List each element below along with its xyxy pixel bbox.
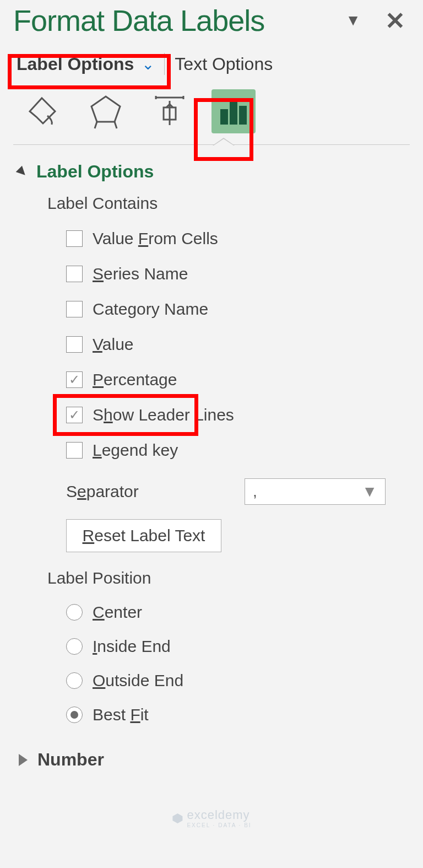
size-properties-icon[interactable] [148, 89, 192, 133]
tab-label-options-text: Label Options [17, 54, 134, 74]
watermark: exceldemy EXCEL · DATA · BI [171, 808, 251, 828]
section-label-options-title: Label Options [36, 161, 154, 182]
label-category-name: Category Name [93, 300, 208, 319]
svg-marker-14 [172, 813, 182, 823]
svg-rect-11 [220, 109, 228, 125]
checkbox-legend-key[interactable] [66, 442, 83, 459]
separator-label: Separator [66, 482, 139, 501]
pane-header: Format Data Labels ▼ ✕ [13, 0, 410, 37]
chevron-down-icon: ⌄ [142, 55, 154, 73]
reset-button-text: Reset Label Text [83, 526, 205, 545]
check-value[interactable]: Value [66, 335, 410, 354]
radio-center[interactable]: Center [66, 603, 410, 622]
separator-value: , [253, 483, 257, 500]
svg-line-2 [95, 122, 97, 128]
collapse-triangle-icon [16, 165, 29, 178]
checkbox-series-name[interactable] [66, 266, 83, 282]
section-number-title: Number [37, 750, 104, 770]
check-category-name[interactable]: Category Name [66, 300, 410, 319]
svg-rect-13 [239, 106, 247, 125]
tab-label-options[interactable]: Label Options ⌄ [17, 54, 154, 74]
separator-row: Separator , ▼ [66, 478, 410, 505]
check-series-name[interactable]: Series Name [66, 265, 410, 283]
top-tabs: Label Options ⌄ Text Options [13, 53, 410, 75]
section-number[interactable]: Number [13, 750, 410, 770]
category-icon-row [13, 89, 410, 133]
reset-label-text-button[interactable]: Reset Label Text [66, 519, 221, 552]
check-value-from-cells[interactable]: Value From Cells [66, 229, 410, 248]
separator-select[interactable]: , ▼ [245, 478, 386, 505]
svg-line-3 [115, 122, 117, 128]
label-outside-end: Outside End [93, 671, 183, 690]
watermark-sub: EXCEL · DATA · BI [187, 822, 251, 828]
close-icon[interactable]: ✕ [385, 7, 405, 35]
check-percentage[interactable]: Percentage [66, 370, 410, 389]
checkbox-show-leader-lines[interactable] [66, 407, 83, 423]
label-legend-key: Legend key [93, 441, 178, 460]
watermark-text: exceldemy [187, 808, 251, 822]
radio-inside-end-input[interactable] [66, 638, 83, 655]
label-show-leader-lines: Show Leader Lines [93, 406, 234, 424]
subhead-label-contains: Label Contains [47, 194, 410, 213]
task-pane-options-icon[interactable]: ▼ [345, 12, 361, 29]
expand-triangle-icon [19, 754, 28, 766]
svg-marker-1 [91, 96, 120, 122]
tab-divider [164, 53, 165, 75]
subhead-label-position: Label Position [47, 569, 410, 587]
radio-outside-end-input[interactable] [66, 672, 83, 689]
check-show-leader-lines[interactable]: Show Leader Lines [66, 406, 410, 424]
checkbox-value[interactable] [66, 336, 83, 353]
pane-title: Format Data Labels [13, 3, 264, 37]
check-legend-key[interactable]: Legend key [66, 441, 410, 460]
section-separator [13, 144, 410, 145]
header-controls: ▼ ✕ [345, 7, 410, 35]
label-options-bar-icon[interactable] [212, 89, 256, 133]
radio-outside-end[interactable]: Outside End [66, 671, 410, 690]
fill-line-icon[interactable] [20, 89, 64, 133]
label-best-fit: Best Fit [93, 705, 149, 724]
effects-icon[interactable] [84, 89, 128, 133]
radio-center-input[interactable] [66, 604, 83, 621]
radio-inside-end[interactable]: Inside End [66, 637, 410, 656]
label-center: Center [93, 603, 142, 622]
label-percentage: Percentage [93, 370, 177, 389]
checkbox-category-name[interactable] [66, 301, 83, 317]
svg-rect-12 [230, 101, 237, 125]
radio-best-fit-input[interactable] [66, 707, 83, 723]
label-inside-end: Inside End [93, 637, 171, 656]
label-series-name: Series Name [93, 265, 188, 283]
label-value: Value [93, 335, 134, 354]
tab-text-options[interactable]: Text Options [175, 54, 273, 74]
checkbox-value-from-cells[interactable] [66, 230, 83, 247]
radio-best-fit[interactable]: Best Fit [66, 705, 410, 724]
checkbox-percentage[interactable] [66, 371, 83, 388]
dropdown-caret-icon: ▼ [362, 483, 377, 500]
format-data-labels-pane: Format Data Labels ▼ ✕ Label Options ⌄ T… [0, 0, 423, 781]
section-label-options[interactable]: Label Options [13, 161, 410, 182]
label-value-from-cells: Value From Cells [93, 229, 218, 248]
